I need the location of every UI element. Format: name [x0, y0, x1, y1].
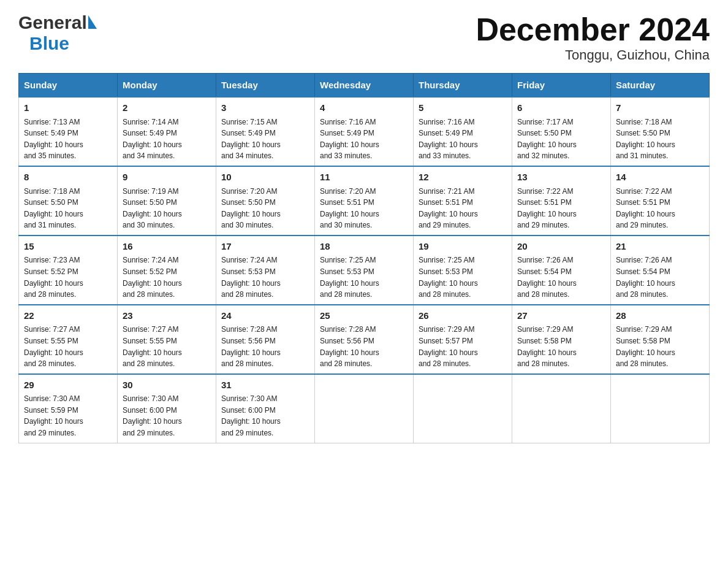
- day-info: Sunrise: 7:17 AMSunset: 5:50 PMDaylight:…: [517, 117, 605, 162]
- title-block: December 2024 Tonggu, Guizhou, China: [476, 12, 710, 63]
- day-info: Sunrise: 7:24 AMSunset: 5:52 PMDaylight:…: [123, 255, 211, 300]
- calendar-cell: 20Sunrise: 7:26 AMSunset: 5:54 PMDayligh…: [512, 236, 611, 305]
- day-number: 2: [123, 101, 211, 115]
- calendar-cell: [512, 374, 611, 443]
- calendar-cell: 1Sunrise: 7:13 AMSunset: 5:49 PMDaylight…: [19, 97, 118, 166]
- calendar-cell: 12Sunrise: 7:21 AMSunset: 5:51 PMDayligh…: [414, 166, 512, 236]
- week-row-4: 22Sunrise: 7:27 AMSunset: 5:55 PMDayligh…: [19, 305, 710, 374]
- calendar-table: SundayMondayTuesdayWednesdayThursdayFrid…: [18, 73, 710, 443]
- day-number: 6: [517, 101, 605, 115]
- day-info: Sunrise: 7:18 AMSunset: 5:50 PMDaylight:…: [616, 117, 704, 162]
- day-info: Sunrise: 7:25 AMSunset: 5:53 PMDaylight:…: [320, 255, 408, 300]
- day-number: 5: [419, 101, 507, 115]
- day-number: 12: [419, 170, 507, 185]
- page-subtitle: Tonggu, Guizhou, China: [476, 47, 710, 63]
- day-info: Sunrise: 7:30 AMSunset: 6:00 PMDaylight:…: [221, 393, 309, 439]
- day-info: Sunrise: 7:14 AMSunset: 5:49 PMDaylight:…: [123, 117, 211, 162]
- day-info: Sunrise: 7:29 AMSunset: 5:58 PMDaylight:…: [616, 324, 704, 369]
- day-number: 17: [221, 240, 309, 254]
- day-info: Sunrise: 7:27 AMSunset: 5:55 PMDaylight:…: [24, 324, 112, 369]
- day-info: Sunrise: 7:29 AMSunset: 5:58 PMDaylight:…: [517, 324, 605, 369]
- calendar-cell: 23Sunrise: 7:27 AMSunset: 5:55 PMDayligh…: [118, 305, 216, 374]
- day-number: 24: [221, 309, 309, 323]
- calendar-cell: 11Sunrise: 7:20 AMSunset: 5:51 PMDayligh…: [315, 166, 414, 236]
- header-saturday: Saturday: [611, 74, 710, 98]
- day-number: 3: [221, 101, 309, 115]
- day-number: 20: [517, 240, 605, 254]
- day-number: 30: [123, 378, 211, 393]
- week-row-3: 15Sunrise: 7:23 AMSunset: 5:52 PMDayligh…: [19, 236, 710, 305]
- day-info: Sunrise: 7:27 AMSunset: 5:55 PMDaylight:…: [123, 324, 211, 369]
- day-number: 9: [123, 170, 211, 185]
- day-number: 19: [419, 240, 507, 254]
- day-info: Sunrise: 7:19 AMSunset: 5:50 PMDaylight:…: [123, 186, 211, 231]
- week-row-2: 8Sunrise: 7:18 AMSunset: 5:50 PMDaylight…: [19, 166, 710, 236]
- day-number: 26: [419, 309, 507, 323]
- day-info: Sunrise: 7:26 AMSunset: 5:54 PMDaylight:…: [616, 255, 704, 300]
- header-friday: Friday: [512, 74, 611, 98]
- page-title: December 2024: [476, 12, 710, 47]
- day-info: Sunrise: 7:28 AMSunset: 5:56 PMDaylight:…: [320, 324, 408, 369]
- day-info: Sunrise: 7:15 AMSunset: 5:49 PMDaylight:…: [221, 117, 309, 162]
- calendar-cell: 13Sunrise: 7:22 AMSunset: 5:51 PMDayligh…: [512, 166, 611, 236]
- day-number: 11: [320, 170, 408, 185]
- calendar-cell: 27Sunrise: 7:29 AMSunset: 5:58 PMDayligh…: [512, 305, 611, 374]
- day-info: Sunrise: 7:29 AMSunset: 5:57 PMDaylight:…: [419, 324, 507, 369]
- header-thursday: Thursday: [414, 74, 512, 98]
- calendar-cell: 16Sunrise: 7:24 AMSunset: 5:52 PMDayligh…: [118, 236, 216, 305]
- calendar-cell: 14Sunrise: 7:22 AMSunset: 5:51 PMDayligh…: [611, 166, 710, 236]
- day-info: Sunrise: 7:26 AMSunset: 5:54 PMDaylight:…: [517, 255, 605, 300]
- header-monday: Monday: [118, 74, 216, 98]
- day-info: Sunrise: 7:16 AMSunset: 5:49 PMDaylight:…: [419, 117, 507, 162]
- calendar-cell: 19Sunrise: 7:25 AMSunset: 5:53 PMDayligh…: [414, 236, 512, 305]
- logo-general-text: General: [18, 12, 87, 33]
- day-number: 10: [221, 170, 309, 185]
- day-info: Sunrise: 7:21 AMSunset: 5:51 PMDaylight:…: [419, 186, 507, 231]
- calendar-cell: [315, 374, 414, 443]
- calendar-cell: 4Sunrise: 7:16 AMSunset: 5:49 PMDaylight…: [315, 97, 414, 166]
- header-tuesday: Tuesday: [216, 74, 315, 98]
- page-header: General Blue December 2024 Tonggu, Guizh…: [18, 12, 710, 63]
- day-info: Sunrise: 7:18 AMSunset: 5:50 PMDaylight:…: [24, 186, 112, 231]
- day-number: 21: [616, 240, 704, 254]
- day-info: Sunrise: 7:20 AMSunset: 5:51 PMDaylight:…: [320, 186, 408, 231]
- logo-blue-text: Blue: [29, 33, 69, 54]
- day-number: 25: [320, 309, 408, 323]
- day-info: Sunrise: 7:16 AMSunset: 5:49 PMDaylight:…: [320, 117, 408, 162]
- calendar-cell: 30Sunrise: 7:30 AMSunset: 6:00 PMDayligh…: [118, 374, 216, 443]
- day-number: 13: [517, 170, 605, 185]
- day-info: Sunrise: 7:30 AMSunset: 5:59 PMDaylight:…: [24, 393, 112, 439]
- day-info: Sunrise: 7:23 AMSunset: 5:52 PMDaylight:…: [24, 255, 112, 300]
- calendar-cell: 8Sunrise: 7:18 AMSunset: 5:50 PMDaylight…: [19, 166, 118, 236]
- week-row-1: 1Sunrise: 7:13 AMSunset: 5:49 PMDaylight…: [19, 97, 710, 166]
- calendar-cell: 7Sunrise: 7:18 AMSunset: 5:50 PMDaylight…: [611, 97, 710, 166]
- day-number: 27: [517, 309, 605, 323]
- day-number: 1: [24, 101, 112, 115]
- calendar-cell: 28Sunrise: 7:29 AMSunset: 5:58 PMDayligh…: [611, 305, 710, 374]
- day-number: 14: [616, 170, 704, 185]
- calendar-cell: 31Sunrise: 7:30 AMSunset: 6:00 PMDayligh…: [216, 374, 315, 443]
- day-number: 31: [221, 378, 309, 393]
- day-info: Sunrise: 7:22 AMSunset: 5:51 PMDaylight:…: [616, 186, 704, 231]
- calendar-cell: [414, 374, 512, 443]
- calendar-header-row: SundayMondayTuesdayWednesdayThursdayFrid…: [19, 74, 710, 98]
- day-info: Sunrise: 7:20 AMSunset: 5:50 PMDaylight:…: [221, 186, 309, 231]
- day-number: 22: [24, 309, 112, 323]
- logo-triangle-icon: [88, 15, 97, 29]
- calendar-cell: 24Sunrise: 7:28 AMSunset: 5:56 PMDayligh…: [216, 305, 315, 374]
- day-number: 28: [616, 309, 704, 323]
- day-info: Sunrise: 7:13 AMSunset: 5:49 PMDaylight:…: [24, 117, 112, 162]
- calendar-cell: 18Sunrise: 7:25 AMSunset: 5:53 PMDayligh…: [315, 236, 414, 305]
- calendar-cell: 29Sunrise: 7:30 AMSunset: 5:59 PMDayligh…: [19, 374, 118, 443]
- calendar-cell: 22Sunrise: 7:27 AMSunset: 5:55 PMDayligh…: [19, 305, 118, 374]
- day-number: 15: [24, 240, 112, 254]
- calendar-cell: 21Sunrise: 7:26 AMSunset: 5:54 PMDayligh…: [611, 236, 710, 305]
- day-info: Sunrise: 7:28 AMSunset: 5:56 PMDaylight:…: [221, 324, 309, 369]
- day-number: 8: [24, 170, 112, 185]
- header-wednesday: Wednesday: [315, 74, 414, 98]
- calendar-cell: 25Sunrise: 7:28 AMSunset: 5:56 PMDayligh…: [315, 305, 414, 374]
- calendar-cell: 17Sunrise: 7:24 AMSunset: 5:53 PMDayligh…: [216, 236, 315, 305]
- logo: General Blue: [18, 12, 97, 54]
- day-info: Sunrise: 7:30 AMSunset: 6:00 PMDaylight:…: [123, 393, 211, 439]
- header-sunday: Sunday: [19, 74, 118, 98]
